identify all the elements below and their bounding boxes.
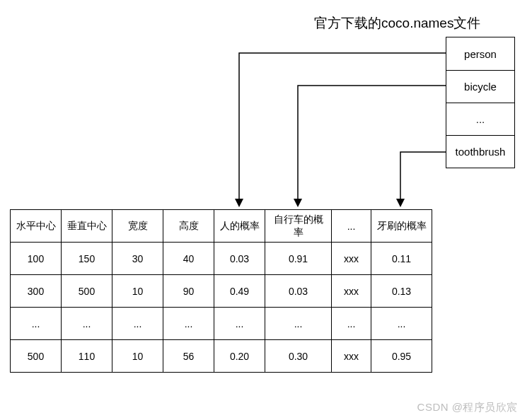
table-header-row: 水平中心 垂直中心 宽度 高度 人的概率 自行车的概率 ... 牙刷的概率: [11, 210, 432, 243]
col-width: 宽度: [112, 210, 163, 243]
col-height: 高度: [163, 210, 214, 243]
col-person-prob: 人的概率: [214, 210, 265, 243]
cell: 0.49: [214, 275, 265, 308]
col-y-center: 垂直中心: [62, 210, 112, 243]
col-x-center: 水平中心: [11, 210, 62, 243]
col-toothbrush-prob: 牙刷的概率: [371, 210, 432, 243]
cell: xxx: [332, 275, 371, 308]
cell: 0.91: [265, 243, 332, 275]
cell: 40: [163, 243, 214, 275]
cell: xxx: [332, 243, 371, 275]
cell: 90: [163, 275, 214, 308]
cell: 500: [62, 275, 112, 308]
cell: 100: [11, 243, 62, 275]
cell: 10: [112, 340, 163, 373]
cell: ...: [332, 308, 371, 340]
cell: ...: [62, 308, 112, 340]
watermark: CSDN @程序员欣宸: [417, 401, 518, 414]
col-ellipsis: ...: [332, 210, 371, 243]
table-row: 500 110 10 56 0.20 0.30 xxx 0.95: [11, 340, 432, 373]
cell: 110: [62, 340, 112, 373]
cell: 0.11: [371, 243, 432, 275]
cell: ...: [163, 308, 214, 340]
cell: ...: [265, 308, 332, 340]
cell: ...: [11, 308, 62, 340]
cell: ...: [112, 308, 163, 340]
table-row: 100 150 30 40 0.03 0.91 xxx 0.11: [11, 243, 432, 275]
coco-item: bicycle: [446, 70, 514, 103]
coco-item: ...: [446, 103, 514, 135]
coco-item: toothbrush: [446, 135, 514, 168]
cell: 150: [62, 243, 112, 275]
table-row: 300 500 10 90 0.49 0.03 xxx 0.13: [11, 275, 432, 308]
cell: ...: [214, 308, 265, 340]
cell: 0.03: [265, 275, 332, 308]
cell: 300: [11, 275, 62, 308]
coco-names-list: person bicycle ... toothbrush: [446, 37, 515, 168]
col-bicycle-prob: 自行车的概率: [265, 210, 332, 243]
cell: 0.95: [371, 340, 432, 373]
cell: 56: [163, 340, 214, 373]
coco-item: person: [446, 37, 514, 70]
table-row: ... ... ... ... ... ... ... ...: [11, 308, 432, 340]
detection-table: 水平中心 垂直中心 宽度 高度 人的概率 自行车的概率 ... 牙刷的概率 10…: [10, 209, 432, 373]
diagram-title: 官方下载的coco.names文件: [314, 14, 480, 33]
cell: 10: [112, 275, 163, 308]
cell: 0.20: [214, 340, 265, 373]
cell: 0.13: [371, 275, 432, 308]
cell: xxx: [332, 340, 371, 373]
cell: 500: [11, 340, 62, 373]
cell: 0.30: [265, 340, 332, 373]
cell: 30: [112, 243, 163, 275]
cell: 0.03: [214, 243, 265, 275]
cell: ...: [371, 308, 432, 340]
